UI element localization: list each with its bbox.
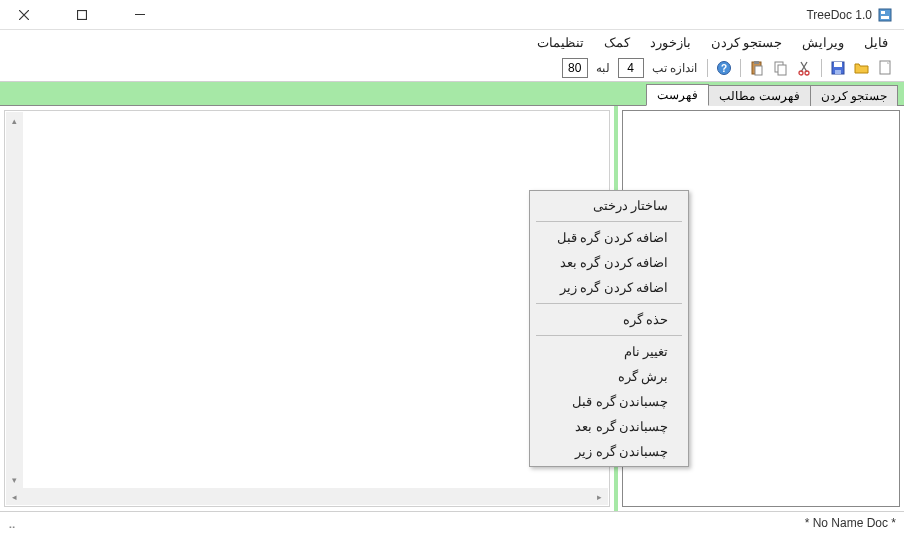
main-area: ▴ ▾ ◂ ▸ xyxy=(0,106,904,511)
close-button[interactable] xyxy=(4,1,44,29)
minimize-button[interactable] xyxy=(120,1,160,29)
svg-point-10 xyxy=(805,71,809,75)
new-icon[interactable] xyxy=(876,58,896,78)
scroll-left-icon[interactable]: ◂ xyxy=(6,488,23,505)
editor-area[interactable]: ▴ ▾ ◂ ▸ xyxy=(4,110,610,507)
copy-icon[interactable] xyxy=(771,58,791,78)
tab-contents[interactable]: فهرست مطالب xyxy=(708,85,810,106)
separator xyxy=(536,303,682,304)
menu-search[interactable]: جستجو کردن xyxy=(703,33,790,52)
tab-size-label: اندازه تب xyxy=(652,61,697,75)
tab-search[interactable]: جستجو کردن xyxy=(810,85,898,106)
tab-size-input[interactable] xyxy=(618,58,644,78)
window-controls xyxy=(4,1,160,29)
ctx-rename[interactable]: تغییر نام xyxy=(532,339,686,364)
ctx-add-child[interactable]: اضافه کردن گره زیر xyxy=(532,275,686,300)
ctx-tree-structure[interactable]: ساختار درختی xyxy=(532,193,686,218)
horizontal-scrollbar[interactable]: ◂ ▸ xyxy=(6,488,608,505)
menu-feedback[interactable]: بازخورد xyxy=(642,33,699,52)
help-icon[interactable]: ? xyxy=(714,58,734,78)
statusbar: ⣀ * No Name Doc * xyxy=(0,511,904,533)
svg-rect-8 xyxy=(835,70,841,74)
open-icon[interactable] xyxy=(852,58,872,78)
context-menu: ساختار درختی اضافه کردن گره قبل اضافه کر… xyxy=(529,190,689,467)
menu-edit[interactable]: ویرایش xyxy=(794,33,852,52)
ctx-paste-child[interactable]: چسباندن گره زیر xyxy=(532,439,686,464)
separator xyxy=(707,59,708,77)
separator xyxy=(821,59,822,77)
ctx-add-before[interactable]: اضافه کردن گره قبل xyxy=(532,225,686,250)
save-icon[interactable] xyxy=(828,58,848,78)
page-input[interactable] xyxy=(562,58,588,78)
editor-panel: ▴ ▾ ◂ ▸ xyxy=(0,106,614,511)
vertical-scrollbar[interactable]: ▴ ▾ xyxy=(6,112,23,488)
document-name: * No Name Doc * xyxy=(805,516,896,530)
toolbar: ? اندازه تب لبه xyxy=(0,54,904,82)
app-icon xyxy=(878,8,892,22)
svg-rect-4 xyxy=(881,16,889,19)
scroll-up-icon[interactable]: ▴ xyxy=(6,112,23,129)
svg-point-9 xyxy=(799,71,803,75)
ctx-delete[interactable]: حذه گره xyxy=(532,307,686,332)
svg-rect-7 xyxy=(834,62,842,67)
tabbar: جستجو کردن فهرست مطالب فهرست xyxy=(0,82,904,106)
menu-help[interactable]: کمک xyxy=(596,33,638,52)
svg-rect-2 xyxy=(879,9,891,21)
resize-grip-icon[interactable]: ⣀ xyxy=(8,516,14,529)
title-area: TreeDoc 1.0 xyxy=(806,8,900,22)
ctx-add-after[interactable]: اضافه کردن گره بعد xyxy=(532,250,686,275)
svg-rect-0 xyxy=(78,10,87,19)
cut-icon[interactable] xyxy=(795,58,815,78)
ctx-paste-after[interactable]: چسباندن گره بعد xyxy=(532,414,686,439)
scroll-down-icon[interactable]: ▾ xyxy=(6,471,23,488)
page-label: لبه xyxy=(596,61,610,75)
separator xyxy=(536,221,682,222)
scroll-right-icon[interactable]: ▸ xyxy=(591,488,608,505)
svg-rect-15 xyxy=(755,66,762,75)
ctx-cut[interactable]: برش گره xyxy=(532,364,686,389)
svg-rect-12 xyxy=(778,65,786,75)
ctx-paste-before[interactable]: چسباندن گره قبل xyxy=(532,389,686,414)
separator xyxy=(536,335,682,336)
svg-rect-3 xyxy=(881,11,885,14)
titlebar: TreeDoc 1.0 xyxy=(0,0,904,30)
app-title: TreeDoc 1.0 xyxy=(806,8,872,22)
paste-icon[interactable] xyxy=(747,58,767,78)
svg-text:?: ? xyxy=(721,63,727,74)
maximize-button[interactable] xyxy=(62,1,102,29)
separator xyxy=(740,59,741,77)
menu-file[interactable]: فایل xyxy=(856,33,896,52)
svg-rect-14 xyxy=(754,61,759,64)
tab-list[interactable]: فهرست xyxy=(646,84,709,106)
menu-settings[interactable]: تنظیمات xyxy=(529,33,592,52)
menubar: فایل ویرایش جستجو کردن بازخورد کمک تنظیم… xyxy=(0,30,904,54)
